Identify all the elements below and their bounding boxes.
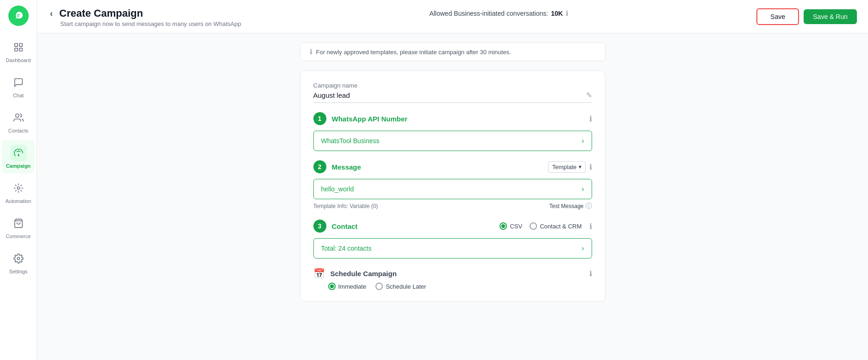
sidebar: Dashboard Chat Contacts <box>0 0 37 360</box>
sidebar-item-settings[interactable]: Settings <box>2 246 35 279</box>
save-button[interactable]: Save <box>756 8 799 25</box>
sidebar-item-dashboard[interactable]: Dashboard <box>2 34 35 68</box>
sidebar-item-campaign[interactable]: Campaign <box>2 140 35 173</box>
template-info-row: Template Info: Variable (0) Test Message… <box>313 202 592 210</box>
whatsapp-api-select[interactable]: WhatsTool Business › <box>313 131 592 151</box>
dashboard-icon <box>13 42 24 52</box>
sidebar-label-dashboard: Dashboard <box>6 57 31 63</box>
contact-chevron-icon: › <box>581 244 584 253</box>
message-template-select[interactable]: hello_world › <box>313 179 592 199</box>
schedule-section: 📅 Schedule Campaign ℹ Immediate Schedule… <box>313 268 592 290</box>
schedule-options: Immediate Schedule Later <box>328 283 592 290</box>
whatsapp-api-title: WhatsApp API Number <box>332 115 584 123</box>
svg-point-7 <box>17 187 20 189</box>
message-title: Message <box>332 163 543 171</box>
crm-radio[interactable] <box>530 222 537 230</box>
svg-point-9 <box>17 257 20 260</box>
test-message-label: Test Message <box>549 203 583 209</box>
whatsapp-api-info-icon[interactable]: ℹ <box>589 114 592 123</box>
message-section: 2 Message Template ▾ ℹ hello_world › <box>313 160 592 210</box>
template-dropdown-chevron-icon: ▾ <box>579 164 581 170</box>
chat-icon-box <box>10 74 27 91</box>
allowed-label: Allowed Business-initiated conversations… <box>429 10 548 17</box>
settings-icon-box <box>10 250 27 267</box>
notice-info-icon: ℹ <box>310 48 312 56</box>
chat-icon <box>13 77 24 88</box>
immediate-option[interactable]: Immediate <box>328 283 367 290</box>
message-type-select-area: Template ▾ ℹ <box>548 161 592 173</box>
svg-point-5 <box>15 114 19 117</box>
schedule-title: Schedule Campaign <box>331 270 397 278</box>
csv-radio[interactable] <box>500 222 507 230</box>
calendar-icon: 📅 <box>313 268 325 279</box>
contact-options: CSV Contact & CRM ℹ <box>500 222 592 231</box>
immediate-label: Immediate <box>338 283 367 290</box>
message-template-value: hello_world <box>321 185 354 193</box>
page-subtitle: Start campaign now to send messages to m… <box>60 20 241 27</box>
edit-campaign-name-icon[interactable]: ✎ <box>586 91 592 100</box>
svg-rect-1 <box>14 44 17 46</box>
notice-text: For newly approved templates, please ini… <box>316 49 511 56</box>
schedule-info-icon[interactable]: ℹ <box>589 269 592 278</box>
schedule-later-radio[interactable] <box>375 283 383 290</box>
sidebar-label-commerce: Commerce <box>6 234 31 239</box>
contact-select[interactable]: Total: 24 contacts › <box>313 238 592 259</box>
logo[interactable] <box>8 6 29 26</box>
step-2-circle: 2 <box>313 160 326 173</box>
template-info-text: Template Info: Variable (0) <box>313 203 378 209</box>
svg-rect-3 <box>14 48 17 51</box>
contact-value: Total: 24 contacts <box>321 245 372 252</box>
sidebar-item-commerce[interactable]: Commerce <box>2 210 35 244</box>
page-header: ‹ Create Campaign Start campaign now to … <box>37 0 868 33</box>
info-icon-allowed: ℹ <box>566 9 568 18</box>
schedule-header: 📅 Schedule Campaign ℹ <box>313 268 592 279</box>
automation-icon <box>13 183 24 193</box>
header-left: ‹ Create Campaign Start campaign now to … <box>48 7 241 27</box>
crm-label: Contact & CRM <box>540 223 581 230</box>
template-type-label: Template <box>552 164 577 171</box>
campaign-icon <box>13 148 24 158</box>
test-message-button[interactable]: Test Message ⓘ <box>549 202 592 210</box>
message-header: 2 Message Template ▾ ℹ <box>313 160 592 173</box>
schedule-later-option[interactable]: Schedule Later <box>375 283 426 290</box>
sidebar-item-contacts[interactable]: Contacts <box>2 105 35 138</box>
contacts-icon <box>13 113 24 123</box>
svg-rect-4 <box>19 48 22 51</box>
campaign-name-value: August lead <box>313 91 586 99</box>
sidebar-label-settings: Settings <box>9 269 28 274</box>
csv-option[interactable]: CSV <box>500 222 522 230</box>
message-info-icon[interactable]: ℹ <box>589 163 592 171</box>
immediate-radio[interactable] <box>328 283 336 290</box>
main-content: ‹ Create Campaign Start campaign now to … <box>37 0 868 360</box>
svg-rect-2 <box>19 44 22 46</box>
campaign-name-label: Campaign name <box>313 82 592 89</box>
campaign-name-field: Campaign name August lead ✎ <box>313 82 592 103</box>
step-3-circle: 3 <box>313 220 326 233</box>
step-1-circle: 1 <box>313 112 326 125</box>
back-button[interactable]: ‹ <box>48 8 55 19</box>
automation-icon-box <box>10 180 27 196</box>
sidebar-item-automation[interactable]: Automation <box>2 175 35 208</box>
contact-info-icon[interactable]: ℹ <box>589 222 592 231</box>
contacts-icon-box <box>10 109 27 126</box>
campaign-form: Campaign name August lead ✎ 1 WhatsApp A… <box>300 70 606 302</box>
message-type-dropdown[interactable]: Template ▾ <box>548 161 586 173</box>
campaign-icon-box <box>10 145 27 161</box>
allowed-conversations: Allowed Business-initiated conversations… <box>429 9 568 18</box>
sidebar-label-automation: Automation <box>6 198 31 204</box>
notice-bar: ℹ For newly approved templates, please i… <box>300 43 606 61</box>
csv-label: CSV <box>510 223 522 230</box>
test-message-icon: ⓘ <box>586 202 592 210</box>
sidebar-label-campaign: Campaign <box>6 163 31 169</box>
sidebar-item-chat[interactable]: Chat <box>2 69 35 103</box>
commerce-icon-box <box>10 215 27 232</box>
crm-option[interactable]: Contact & CRM <box>530 222 581 230</box>
campaign-name-row: August lead ✎ <box>313 91 592 103</box>
content-area: ℹ For newly approved templates, please i… <box>37 33 868 360</box>
commerce-icon <box>13 218 24 228</box>
whatsapp-api-value: WhatsTool Business <box>321 137 380 145</box>
message-chevron-icon: › <box>581 185 584 193</box>
allowed-count: 10K <box>551 10 563 17</box>
save-run-button[interactable]: Save & Run <box>804 9 857 24</box>
dashboard-icon-box <box>10 39 27 56</box>
